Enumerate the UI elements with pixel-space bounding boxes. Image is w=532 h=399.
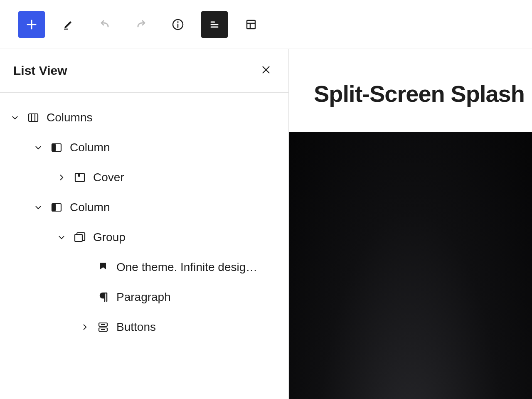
list-view-button[interactable]	[201, 11, 228, 38]
close-list-view-button[interactable]	[257, 61, 275, 81]
column-icon	[47, 201, 66, 214]
tree-item-label: Columns	[43, 111, 92, 124]
tools-button[interactable]	[55, 11, 81, 38]
editor-toolbar	[0, 0, 532, 49]
tree-item-heading[interactable]: One theme. Infinite desig…	[5, 252, 283, 282]
template-button[interactable]	[238, 11, 264, 38]
buttons-icon	[93, 321, 113, 333]
expand-toggle-icon[interactable]	[76, 322, 93, 332]
block-tree: ColumnsColumnCoverColumnGroupOne theme. …	[0, 93, 288, 399]
tree-item-column[interactable]: Column	[5, 192, 283, 222]
heading-icon	[93, 261, 113, 273]
tree-item-label: Column	[66, 201, 110, 214]
expand-toggle-icon[interactable]	[30, 143, 47, 153]
tree-item-label: Group	[90, 231, 126, 244]
redo-button[interactable]	[128, 11, 155, 38]
cover-icon	[70, 171, 90, 184]
undo-button[interactable]	[91, 11, 118, 38]
list-view-title: List View	[13, 64, 67, 78]
tree-item-label: Paragraph	[113, 291, 171, 304]
columns-icon	[23, 111, 43, 124]
expand-toggle-icon[interactable]	[7, 113, 23, 123]
editor-canvas[interactable]: Split-Screen Splash	[289, 49, 532, 399]
list-view-panel: List View ColumnsColumnCoverColumnGroupO…	[0, 49, 289, 399]
expand-toggle-icon[interactable]	[53, 232, 70, 242]
page-title[interactable]: Split-Screen Splash	[289, 49, 532, 132]
tree-item-group[interactable]: Group	[5, 222, 283, 252]
tree-item-cover[interactable]: Cover	[5, 163, 283, 192]
paragraph-icon	[93, 291, 113, 303]
column-icon	[47, 141, 66, 154]
tree-item-paragraph[interactable]: Paragraph	[5, 282, 283, 312]
cover-block-preview[interactable]	[289, 132, 532, 399]
add-block-button[interactable]	[18, 11, 45, 38]
group-icon	[70, 231, 90, 244]
tree-item-label: Buttons	[113, 320, 156, 334]
expand-toggle-icon[interactable]	[53, 172, 70, 182]
close-icon	[260, 64, 272, 76]
editor-main: List View ColumnsColumnCoverColumnGroupO…	[0, 49, 532, 399]
details-button[interactable]	[165, 11, 191, 38]
tree-item-buttons[interactable]: Buttons	[5, 312, 283, 342]
tree-item-label: Cover	[90, 171, 124, 184]
tree-item-label: Column	[66, 141, 110, 154]
tree-item-label: One theme. Infinite desig…	[113, 261, 257, 274]
expand-toggle-icon[interactable]	[30, 202, 47, 212]
list-view-header: List View	[0, 49, 288, 93]
tree-item-column[interactable]: Column	[5, 133, 283, 163]
tree-item-columns[interactable]: Columns	[5, 103, 283, 133]
